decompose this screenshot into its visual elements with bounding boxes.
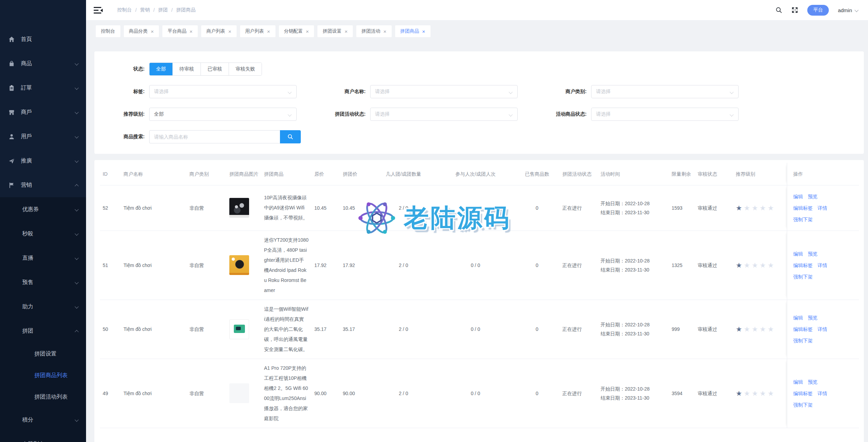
preview-link[interactable]: 预览 xyxy=(808,377,818,386)
close-icon[interactable]: × xyxy=(189,29,193,34)
close-icon[interactable]: × xyxy=(151,29,154,34)
tab-平台商品[interactable]: 平台商品× xyxy=(162,25,198,37)
star-icon[interactable]: ★ xyxy=(736,326,742,333)
edit-tags-link[interactable]: 编辑标签 xyxy=(793,203,813,212)
star-icon[interactable]: ★ xyxy=(744,205,750,211)
tab-分销配置[interactable]: 分销配置× xyxy=(279,25,314,37)
star-icon[interactable]: ★ xyxy=(760,326,766,333)
recommend-level-select[interactable]: 全部 xyxy=(149,108,297,121)
close-icon[interactable]: × xyxy=(228,29,231,34)
sidebar-subitem-group-activity[interactable]: 拼团活动列表 xyxy=(0,386,86,408)
close-icon[interactable]: × xyxy=(267,29,270,34)
detail-link[interactable]: 详情 xyxy=(818,389,827,398)
tab-拼团商品[interactable]: 拼团商品× xyxy=(395,25,431,37)
force-offline-link[interactable]: 强制下架 xyxy=(793,215,813,224)
preview-link[interactable]: 预览 xyxy=(808,192,818,201)
edit-link[interactable]: 编辑 xyxy=(793,377,803,386)
tab-商户列表[interactable]: 商户列表× xyxy=(201,25,237,37)
sidebar-item-home[interactable]: 首頁 xyxy=(0,27,86,51)
sidebar-item-goods[interactable]: 商品 xyxy=(0,51,86,76)
breadcrumb-item[interactable]: 拼团商品 xyxy=(176,7,196,13)
user-menu[interactable]: admin xyxy=(838,7,859,13)
product-status-select[interactable]: 请选择 xyxy=(591,108,739,121)
edit-link[interactable]: 编辑 xyxy=(793,192,803,201)
star-icon[interactable]: ★ xyxy=(768,390,774,397)
sidebar-subitem-group-products[interactable]: 拼团商品列表 xyxy=(0,365,86,386)
star-icon[interactable]: ★ xyxy=(760,205,766,211)
status-option-审核失败[interactable]: 审核失败 xyxy=(229,63,262,75)
star-icon[interactable]: ★ xyxy=(736,205,742,211)
close-icon[interactable]: × xyxy=(422,29,425,34)
sidebar-subitem-seckill[interactable]: 秒殺 xyxy=(0,222,86,246)
preview-link[interactable]: 预览 xyxy=(808,249,818,258)
star-icon[interactable]: ★ xyxy=(744,262,750,269)
status-option-全部[interactable]: 全部 xyxy=(150,63,173,75)
star-icon[interactable]: ★ xyxy=(768,205,774,211)
product-image[interactable] xyxy=(229,319,249,339)
detail-link[interactable]: 详情 xyxy=(818,325,827,334)
force-offline-link[interactable]: 强制下架 xyxy=(793,400,813,409)
platform-badge[interactable]: 平台 xyxy=(807,5,829,16)
sidebar-subitem-coupon[interactable]: 优惠券 xyxy=(0,197,86,222)
search-icon[interactable] xyxy=(775,7,782,14)
fullscreen-icon[interactable] xyxy=(791,7,798,14)
tab-用户列表[interactable]: 用户列表× xyxy=(240,25,275,37)
product-image[interactable] xyxy=(229,198,249,218)
breadcrumb-item[interactable]: 营销 xyxy=(140,7,150,13)
star-rating[interactable]: ★★★★★ xyxy=(736,326,784,333)
star-icon[interactable]: ★ xyxy=(744,326,750,333)
breadcrumb-item[interactable]: 控制台 xyxy=(117,7,132,13)
sidebar-item-merchant[interactable]: 商戶 xyxy=(0,100,86,124)
star-rating[interactable]: ★★★★★ xyxy=(736,262,784,269)
star-rating[interactable]: ★★★★★ xyxy=(736,205,784,211)
edit-tags-link[interactable]: 编辑标签 xyxy=(793,261,813,270)
preview-link[interactable]: 预览 xyxy=(808,313,818,322)
breadcrumb-item[interactable]: 拼团 xyxy=(158,7,168,13)
star-icon[interactable]: ★ xyxy=(768,262,774,269)
star-icon[interactable]: ★ xyxy=(760,262,766,269)
merchant-type-select[interactable]: 请选择 xyxy=(591,85,739,98)
close-icon[interactable]: × xyxy=(344,29,348,34)
tab-拼团活动[interactable]: 拼团活动× xyxy=(356,25,392,37)
search-button[interactable] xyxy=(280,130,301,143)
status-option-待审核[interactable]: 待审核 xyxy=(173,63,201,75)
status-option-已审核[interactable]: 已审核 xyxy=(201,63,229,75)
star-icon[interactable]: ★ xyxy=(752,205,758,211)
force-offline-link[interactable]: 强制下架 xyxy=(793,336,813,345)
sidebar-subitem-presale[interactable]: 预售 xyxy=(0,270,86,294)
star-icon[interactable]: ★ xyxy=(744,390,750,397)
sidebar-item-promotion[interactable]: 推廣 xyxy=(0,149,86,173)
tab-控制台[interactable]: 控制台 xyxy=(96,25,120,37)
star-icon[interactable]: ★ xyxy=(752,262,758,269)
sidebar-subitem-groupbuy[interactable]: 拼团 xyxy=(0,319,86,343)
star-icon[interactable]: ★ xyxy=(736,262,742,269)
tag-select[interactable]: 请选择 xyxy=(149,85,297,98)
sidebar-item-marketing[interactable]: 营销 xyxy=(0,173,86,197)
sidebar-item-users[interactable]: 用戶 xyxy=(0,124,86,149)
sidebar-subitem-points[interactable]: 積分 xyxy=(0,408,86,432)
close-icon[interactable]: × xyxy=(383,29,386,34)
star-icon[interactable]: ★ xyxy=(768,326,774,333)
sidebar-subitem-live[interactable]: 直播 xyxy=(0,246,86,270)
detail-link[interactable]: 详情 xyxy=(818,203,827,212)
sidebar-subitem-group-setting[interactable]: 拼团设置 xyxy=(0,343,86,365)
star-icon[interactable]: ★ xyxy=(736,390,742,397)
star-icon[interactable]: ★ xyxy=(760,390,766,397)
star-icon[interactable]: ★ xyxy=(752,326,758,333)
tab-拼团设置[interactable]: 拼团设置× xyxy=(317,25,353,37)
detail-link[interactable]: 详情 xyxy=(818,261,827,270)
sidebar-item-orders[interactable]: 訂單 xyxy=(0,76,86,100)
star-rating[interactable]: ★★★★★ xyxy=(736,390,784,397)
tab-商品分类[interactable]: 商品分类× xyxy=(124,25,159,37)
force-offline-link[interactable]: 强制下架 xyxy=(793,272,813,281)
merchant-name-select[interactable]: 请选择 xyxy=(370,85,518,98)
product-image[interactable] xyxy=(229,383,249,403)
close-icon[interactable]: × xyxy=(306,29,309,34)
activity-status-select[interactable]: 请选择 xyxy=(370,108,518,121)
collapse-menu-icon[interactable] xyxy=(94,6,103,14)
edit-link[interactable]: 编辑 xyxy=(793,313,803,322)
edit-tags-link[interactable]: 编辑标签 xyxy=(793,325,813,334)
edit-tags-link[interactable]: 编辑标签 xyxy=(793,389,813,398)
sidebar-subitem-topic[interactable]: 专题列表 xyxy=(0,432,86,442)
sidebar-subitem-assist[interactable]: 助力 xyxy=(0,294,86,319)
